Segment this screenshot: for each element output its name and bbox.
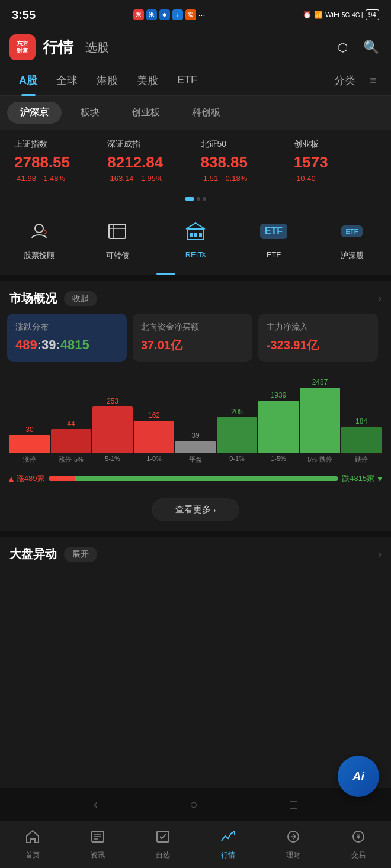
bar-group-rise-0-1pct: 162 <box>134 411 174 453</box>
bar-fall-limit <box>341 427 382 453</box>
tab-category[interactable]: 分类 <box>325 65 365 96</box>
nav-news-label: 资讯 <box>91 850 105 860</box>
bar-label-rise-1-5pct: 253 <box>107 397 118 405</box>
bar-xlabel-9: 跌停 <box>341 455 382 464</box>
app-icon-4: ♪ <box>172 9 183 20</box>
tab-etf[interactable]: ETF <box>168 65 207 96</box>
tab-a-stock[interactable]: A股 <box>9 65 47 96</box>
market-overview-title: 市场概况 <box>9 291 57 306</box>
nav-market[interactable]: 行情 <box>196 821 261 868</box>
feature-sh-sz[interactable]: ETF 沪深股 <box>313 212 391 266</box>
feature-etf[interactable]: ETF ETF <box>235 212 313 266</box>
feature-active-underline <box>156 273 175 275</box>
market-overview-toggle[interactable]: 收起 <box>64 291 97 306</box>
search-icon[interactable]: 🔍 <box>360 37 382 58</box>
nav-watchlist[interactable]: 自选 <box>130 821 196 868</box>
feature-convertible[interactable]: 可转债 <box>78 212 156 266</box>
alarm-icon: ⏰ <box>303 11 312 19</box>
bar-group-fall-0-1pct: 205 <box>217 408 257 453</box>
bar-group-fall-5pct: 2487 <box>300 378 340 453</box>
share-icon[interactable]: ⬡ <box>332 37 353 58</box>
sub-tab-sector[interactable]: 板块 <box>68 102 113 124</box>
bar-xlabel-5: 平盘 <box>175 455 216 464</box>
indices-section: 上证指数 2788.55 -41.98 -1.48% 深证成指 8212.84 … <box>0 130 391 192</box>
tab-us-stock[interactable]: 美股 <box>127 65 168 96</box>
bar-fall-0-1pct <box>217 417 257 453</box>
card-northbound[interactable]: 北向资金净买额 37.01亿 <box>133 314 252 362</box>
index-chinext-change: -10.40 <box>294 174 377 183</box>
card-rise-fall-value: 489:39:4815 <box>15 337 118 353</box>
see-more-row: 查看更多 › <box>0 489 391 531</box>
dot-2 <box>197 197 200 201</box>
home-gesture[interactable]: ○ <box>190 797 197 812</box>
nav-trade-label: 交易 <box>351 850 366 860</box>
index-beijing50[interactable]: 北证50 838.85 -1.51 -0.18% <box>196 139 289 183</box>
card-rise-fall[interactable]: 涨跌分布 489:39:4815 <box>7 314 127 362</box>
svg-rect-5 <box>190 233 193 237</box>
bars-with-labels: 30 44 253 162 <box>7 376 384 453</box>
app-icon-3: ◆ <box>159 9 170 20</box>
feature-convertible-label: 可转债 <box>106 250 129 261</box>
ai-button[interactable]: Ai <box>338 756 379 797</box>
index-beijing-name: 北证50 <box>201 139 284 150</box>
see-more-arrow: › <box>213 505 216 515</box>
bar-x-labels: 涨停 涨停-5% 5-1% 1-0% 平盘 0-1% 1-5% 5%-跌停 跌停 <box>7 453 384 469</box>
index-shanghai-pct: -1.48% <box>41 174 65 183</box>
index-beijing-change: -1.51 -0.18% <box>201 174 284 183</box>
back-gesture[interactable]: ‹ <box>94 797 98 812</box>
nav-home[interactable]: 首页 <box>0 821 65 868</box>
index-chinext-abs: -10.40 <box>294 174 316 183</box>
feature-stock-advisor[interactable]: 股票投顾 <box>0 212 78 266</box>
app-icon-1: 东 <box>133 9 144 20</box>
feature-etf-icon: ETF <box>259 217 288 246</box>
index-shenzhen[interactable]: 深证成指 8212.84 -163.14 -1.95% <box>102 139 196 183</box>
nav-news-icon <box>90 829 105 848</box>
index-shenzhen-abs: -163.14 <box>107 174 133 183</box>
tab-global[interactable]: 全球 <box>47 65 87 96</box>
bar-label-fall-5pct: 2487 <box>312 378 328 386</box>
index-chinext[interactable]: 创业板 1573 -10.40 <box>289 139 382 183</box>
page-title: 行情 <box>43 37 73 58</box>
see-more-button[interactable]: 查看更多 › <box>152 498 240 521</box>
sub-tab-shanghai[interactable]: 沪深京 <box>7 102 62 124</box>
battery: 94 <box>366 9 379 20</box>
card-main-force[interactable]: 主力净流入 -323.91亿 <box>258 314 378 362</box>
bar-group-rise-5pct: 44 <box>51 420 91 453</box>
bottom-nav: 首页 资讯 自选 行情 理财 ¥ 交易 <box>0 821 391 868</box>
index-shanghai[interactable]: 上证指数 2788.55 -41.98 -1.48% <box>9 139 102 183</box>
feature-convertible-icon <box>103 217 132 246</box>
big-mover-arrow: › <box>378 548 382 560</box>
sub-tab-sci-tech[interactable]: 科创板 <box>179 102 233 124</box>
nav-finance[interactable]: 理财 <box>261 821 326 868</box>
nav-trade-icon: ¥ <box>351 829 366 848</box>
feature-sh-sz-icon: ETF <box>338 217 366 246</box>
progress-label-rise: ▲ 涨489家 <box>7 473 45 484</box>
bar-rise-1-5pct <box>92 406 133 453</box>
sub-tab-growth[interactable]: 创业板 <box>118 102 173 124</box>
tab-menu-icon[interactable]: ≡ <box>365 73 382 87</box>
feature-reits[interactable]: REITs <box>156 212 235 266</box>
big-mover-toggle[interactable]: 展开 <box>64 547 97 562</box>
bar-rise-0-1pct <box>134 421 174 453</box>
index-shanghai-abs: -41.98 <box>14 174 36 183</box>
nav-trade[interactable]: ¥ 交易 <box>326 821 391 868</box>
nav-news[interactable]: 资讯 <box>65 821 130 868</box>
app-icon-5: 实 <box>185 9 196 20</box>
bar-rise-limit <box>9 435 50 453</box>
bar-xlabel-8: 5%-跌停 <box>300 455 340 464</box>
nav-market-icon <box>220 829 236 848</box>
app-icon-2: 米 <box>146 9 157 20</box>
index-shenzhen-name: 深证成指 <box>107 139 190 150</box>
market-overview-header: 市场概况 收起 › <box>0 281 391 314</box>
status-app-icons: 东 米 ◆ ♪ 实 ··· <box>133 9 206 20</box>
feature-reits-icon <box>181 217 210 246</box>
page-subtitle: 选股 <box>85 40 109 56</box>
tab-hk-stock[interactable]: 港股 <box>87 65 127 96</box>
index-beijing-pct: -0.18% <box>223 174 247 183</box>
status-right-icons: ⏰ 📶 WiFi 5G 4G‖ 94 <box>303 9 379 20</box>
index-beijing-value: 838.85 <box>201 153 284 172</box>
recent-gesture[interactable]: □ <box>290 797 297 812</box>
bar-label-fall-0-1pct: 205 <box>231 408 243 416</box>
ai-button-text: Ai <box>352 770 364 783</box>
bar-group-fall-limit: 184 <box>341 417 382 453</box>
